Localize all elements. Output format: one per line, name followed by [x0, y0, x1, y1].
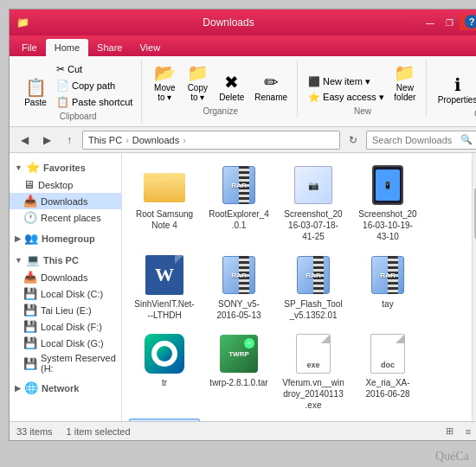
paste-icon: 📋	[25, 79, 47, 96]
desktop-background: 📁 Downloads — ❐ ✕ File Home Share View ?…	[0, 0, 476, 467]
file-name-rootexplorer: RootExplorer_4.0.1	[208, 208, 270, 231]
cut-label: Cut	[68, 64, 82, 74]
sidebar-item-downloads-pc[interactable]: 📥 Downloads	[10, 269, 121, 285]
minimize-button[interactable]: —	[421, 15, 439, 30]
list-view-button[interactable]: ≡	[460, 424, 476, 439]
file-item-rootexplorer[interactable]: RAR RootExplorer_4.0.1	[203, 160, 274, 246]
new-buttons: ⬛ New item ▾ ⭐ Easy access ▾ 📁 N	[305, 61, 421, 105]
sidebar-section-thispc: ▼ 💻 This PC 📥 Downloads 💾 Local Disk (C:…	[10, 251, 121, 375]
tab-file[interactable]: File	[13, 39, 46, 56]
sidebar-item-system-reserved[interactable]: 💾 System Reserved (H:	[10, 351, 121, 375]
network-header[interactable]: ▶ 🌐 Network	[10, 379, 121, 397]
large-icons-view-button[interactable]: ⊞	[441, 424, 458, 439]
file-item-sony[interactable]: RAR SONY_v5-2016-05-13	[203, 250, 274, 325]
copy-path-button[interactable]: 📄 Copy path	[53, 78, 136, 93]
search-box[interactable]: 🔍	[366, 131, 476, 150]
system-reserved-label: System Reserved (H:	[41, 353, 116, 374]
sidebar: ▼ ⭐ Favorites 🖥 Desktop 📥 Downloads	[10, 153, 122, 421]
sidebar-item-tai-lieu[interactable]: 💾 Tai Lieu (E:)	[10, 302, 121, 318]
sidebar-item-local-c[interactable]: 💾 Local Disk (C:)	[10, 285, 121, 302]
file-item-root-samsung-2[interactable]: Root Samsung Note 4 👆	[129, 419, 200, 421]
easy-access-button[interactable]: ⭐ Easy access ▾	[305, 90, 388, 105]
sidebar-item-downloads[interactable]: 📥 Downloads	[10, 193, 121, 209]
open-buttons: ℹ Properties 📂 Open ▾ ✏ Edit	[434, 61, 476, 107]
file-item-screenshot1[interactable]: 📷 Screenshot_2016-03-07-18-41-25	[278, 160, 349, 246]
file-area[interactable]: Root Samsung Note 4 RAR RootExplorer_4.0…	[122, 153, 476, 421]
move-to-button[interactable]: 📂 Moveto ▾	[149, 61, 180, 105]
cut-icon: ✂	[56, 63, 65, 75]
file-item-word[interactable]: W SinhVienIT.Net---LTHDH	[129, 250, 200, 325]
refresh-button[interactable]: ↻	[344, 131, 363, 150]
favorites-label: Favorites	[43, 163, 86, 173]
downloads-icon: 📥	[23, 195, 37, 208]
tab-view[interactable]: View	[131, 39, 169, 56]
back-button[interactable]: ◀	[15, 131, 34, 150]
disk-f-label: Local Disk (F:)	[41, 322, 102, 332]
delete-icon: ✖	[224, 74, 239, 91]
paste-shortcut-icon: 📋	[56, 96, 69, 108]
homegroup-header[interactable]: ▶ 👥 Homegroup	[10, 229, 121, 247]
easy-access-label: Easy access ▾	[323, 92, 384, 103]
path-thispc[interactable]: This PC	[88, 135, 122, 145]
addressbar: ◀ ▶ ↑ This PC › Downloads › ↻ 🔍	[10, 127, 476, 153]
titlebar: 📁 Downloads — ❐ ✕	[10, 10, 476, 35]
watermark: QuéCa	[435, 450, 469, 464]
rar-icon-rootexplorer: RAR	[218, 164, 260, 206]
homegroup-arrow: ▶	[15, 234, 21, 243]
items-count: 33 items	[16, 426, 53, 437]
file-grid: Root Samsung Note 4 RAR RootExplorer_4.0…	[129, 160, 476, 421]
tab-home[interactable]: Home	[46, 39, 88, 56]
ribbon-collapse-button[interactable]: ^	[447, 15, 461, 29]
file-item-tay[interactable]: RAR tay	[352, 250, 423, 325]
properties-icon: ℹ	[454, 76, 461, 93]
help-button[interactable]: ?	[465, 15, 476, 29]
paste-shortcut-label: Paste shortcut	[72, 97, 132, 107]
properties-button[interactable]: ℹ Properties	[434, 74, 476, 107]
sidebar-item-local-f[interactable]: 💾 Local Disk (F:)	[10, 318, 121, 335]
file-item-xeria[interactable]: doc Xe_ria_XA-2016-06-28	[352, 329, 423, 415]
file-item-vferum[interactable]: exe Vferum.vn__windroy_20140113.exe	[278, 329, 349, 415]
file-name-1: Root Samsung Note 4	[133, 208, 196, 231]
rar-icon-sony: RAR	[218, 254, 260, 296]
new-small-buttons: ⬛ New item ▾ ⭐ Easy access ▾	[305, 74, 388, 105]
tab-share[interactable]: Share	[88, 39, 131, 56]
clipboard-buttons: 📋 Paste ✂ Cut 📄 Copy path	[20, 61, 136, 110]
thispc-header[interactable]: ▼ 💻 This PC	[10, 251, 121, 269]
file-item-twrp[interactable]: + TWRP twrp-2.8.1.0.tar	[203, 329, 274, 415]
favorites-header[interactable]: ▼ ⭐ Favorites	[10, 158, 121, 176]
cut-button[interactable]: ✂ Cut	[53, 61, 136, 77]
file-item-screenshot2[interactable]: 📱 Screenshot_2016-03-10-19-43-10	[352, 160, 423, 246]
file-item-tr[interactable]: tr	[129, 329, 200, 415]
tai-lieu-label: Tai Lieu (E:)	[41, 305, 92, 316]
favorites-arrow: ▼	[15, 163, 23, 172]
desktop-label: Desktop	[38, 180, 73, 190]
new-item-button[interactable]: ⬛ New item ▾	[305, 74, 388, 89]
view-buttons: ⊞ ≡	[441, 424, 476, 439]
address-path[interactable]: This PC › Downloads ›	[82, 131, 340, 150]
rename-icon: ✏	[264, 74, 279, 91]
file-name-tay: tay	[382, 298, 393, 310]
delete-button[interactable]: ✖ Delete	[215, 71, 248, 105]
search-input[interactable]	[372, 135, 460, 145]
organize-group: 📂 Moveto ▾ 📁 Copyto ▾ ✖ Delete	[144, 60, 298, 118]
rename-button[interactable]: ✏ Rename	[250, 71, 292, 105]
forward-button[interactable]: ▶	[37, 131, 56, 150]
rename-label: Rename	[254, 93, 287, 102]
new-folder-button[interactable]: 📁 Newfolder	[389, 61, 421, 105]
up-button[interactable]: ↑	[60, 131, 79, 150]
search-icon: 🔍	[460, 134, 473, 145]
file-name-xeria: Xe_ria_XA-2016-06-28	[357, 377, 419, 400]
downloads-pc-icon: 📥	[23, 271, 37, 284]
path-downloads[interactable]: Downloads	[132, 135, 179, 145]
paste-shortcut-button[interactable]: 📋 Paste shortcut	[53, 94, 136, 110]
homegroup-icon: 👥	[24, 232, 38, 245]
scrollbar[interactable]	[472, 153, 476, 421]
file-name-screenshot1: Screenshot_2016-03-07-18-41-25	[282, 208, 344, 242]
sidebar-item-recent[interactable]: 🕐 Recent places	[10, 209, 121, 226]
paste-button[interactable]: 📋 Paste	[20, 76, 51, 110]
file-item-root-samsung-1[interactable]: Root Samsung Note 4	[129, 160, 200, 246]
file-item-spflash[interactable]: RAR SP_Flash_Tool_v5.1352.01	[278, 250, 349, 325]
sidebar-item-local-g[interactable]: 💾 Local Disk (G:)	[10, 335, 121, 351]
sidebar-item-desktop[interactable]: 🖥 Desktop	[10, 176, 121, 193]
copy-to-button[interactable]: 📁 Copyto ▾	[182, 61, 213, 105]
